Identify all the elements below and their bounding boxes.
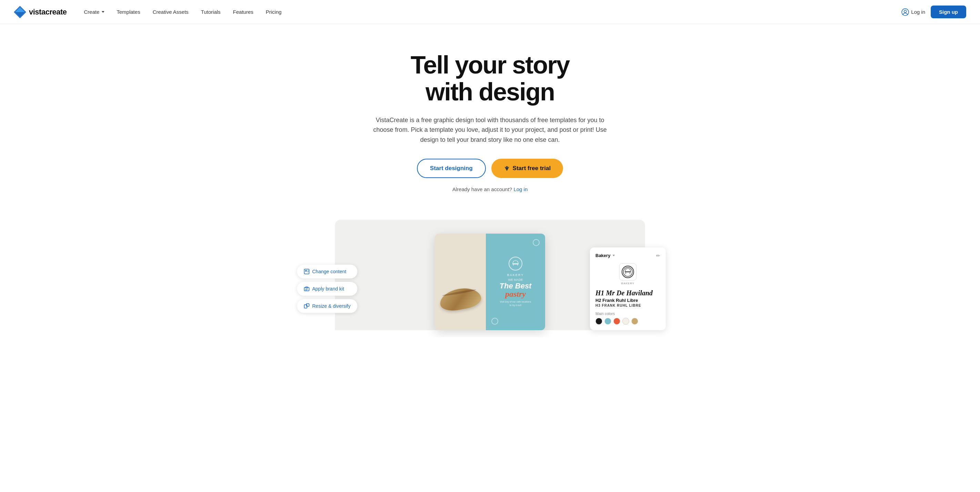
we-made-text: WE MADE (508, 278, 523, 281)
pastry-card: BAKERY WE MADE The Best pastry Visit any… (435, 233, 545, 330)
start-trial-button[interactable]: Start free trial (492, 159, 563, 178)
pastry-bread-illustration (438, 285, 483, 313)
color-dots (595, 318, 660, 325)
signup-button[interactable]: Sign up (931, 5, 966, 18)
brand-logo-inner (622, 266, 634, 278)
font-h1: H1 Mr De Haviland (595, 289, 660, 297)
change-content-icon (304, 269, 309, 274)
color-dot-3 (613, 318, 620, 325)
hero-login-hint: Already have an account? Log in (342, 186, 638, 192)
font-section: H1 Mr De Haviland H2 Frank Ruhl Libre H3… (595, 289, 660, 307)
navbar: vistacreate Create Templates Creative As… (0, 0, 980, 24)
brand-logo-label: BAKERY (621, 282, 635, 285)
brand-panel: Bakery ✏ BAKERY (590, 248, 666, 330)
bakery-label: BAKERY (507, 273, 524, 277)
brand-logo-area: BAKERY (595, 263, 660, 285)
svg-point-16 (624, 267, 632, 276)
pastry-right-panel: BAKERY WE MADE The Best pastry Visit any… (486, 233, 545, 330)
demo-card-background: Change content Apply brand kit Resize & … (335, 220, 645, 330)
nav-links: Create Templates Creative Assets Tutoria… (84, 9, 901, 15)
brand-edit-icon[interactable]: ✏ (656, 253, 660, 259)
nav-features[interactable]: Features (233, 9, 253, 15)
brand-panel-header: Bakery ✏ (595, 253, 660, 259)
svg-rect-5 (304, 269, 309, 274)
svg-rect-17 (625, 272, 631, 272)
diamond-icon (504, 165, 510, 171)
login-button[interactable]: Log in (901, 8, 925, 16)
pastry-left-panel (435, 233, 486, 330)
font-h2: H2 Frank Ruhl Libre (595, 298, 660, 303)
brand-name: Bakery (595, 253, 615, 258)
resize-diversify-button[interactable]: Resize & diversify (297, 299, 357, 313)
resize-icon (304, 303, 309, 309)
logo[interactable]: vistacreate (14, 6, 67, 18)
colors-section: Main colors (595, 311, 660, 325)
svg-rect-15 (513, 264, 518, 264)
font-h3: H3 FRANK RUHL LIBRE (595, 304, 660, 307)
svg-rect-6 (305, 270, 307, 272)
color-dot-1 (595, 318, 602, 325)
brand-kit-icon (304, 286, 309, 292)
nav-pricing[interactable]: Pricing (266, 9, 282, 15)
bakery-logo-icon (511, 259, 520, 268)
apply-brand-kit-button[interactable]: Apply brand kit (297, 282, 357, 296)
pastry-description: Visit any of our cafe locationsto try it… (500, 300, 531, 307)
brand-logo-box (619, 263, 636, 281)
logo-text: vistacreate (29, 8, 67, 16)
start-designing-button[interactable]: Start designing (417, 159, 486, 178)
nav-creative-assets[interactable]: Creative Assets (153, 9, 188, 15)
nav-templates[interactable]: Templates (117, 9, 140, 15)
nav-actions: Log in Sign up (901, 5, 966, 18)
hero-title: Tell your story with design (342, 52, 638, 105)
color-dot-4 (622, 318, 629, 325)
demo-section: Change content Apply brand kit Resize & … (283, 220, 697, 337)
pastry-circle-2 (492, 318, 498, 325)
pastry-logo (509, 257, 522, 270)
hero-login-link[interactable]: Log in (514, 186, 528, 192)
pastry-circle-1 (533, 239, 539, 246)
colors-label: Main colors (595, 311, 660, 316)
the-best-text: The Best (500, 282, 532, 290)
nav-tutorials[interactable]: Tutorials (201, 9, 221, 15)
hero-subtitle: VistaCreate is a free graphic design too… (373, 115, 607, 145)
chevron-down-icon (102, 11, 104, 13)
color-dot-5 (631, 318, 638, 325)
hero-buttons: Start designing Start free trial (342, 159, 638, 178)
chevron-down-icon (612, 255, 615, 256)
pastry-text: pastry (505, 290, 526, 298)
brand-bakery-icon (623, 267, 633, 277)
color-dot-2 (605, 318, 611, 325)
floating-actions: Change content Apply brand kit Resize & … (297, 265, 357, 313)
change-content-button[interactable]: Change content (297, 265, 357, 278)
svg-point-4 (904, 10, 907, 13)
nav-create[interactable]: Create (84, 9, 104, 15)
hero-section: Tell your story with design VistaCreate … (335, 24, 645, 206)
user-icon (901, 8, 909, 16)
